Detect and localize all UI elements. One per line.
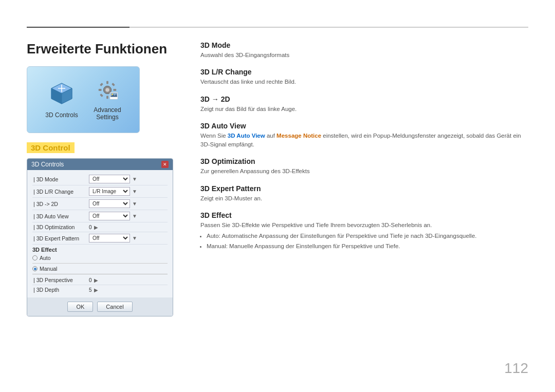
bullet-auto: Auto: Automatische Anpassung der Einstel… xyxy=(207,232,528,240)
feature-optimization: 3D Optimization Zur generellen Anpassung… xyxy=(200,157,528,176)
dropdown-arrow: ▼ xyxy=(132,176,137,182)
svg-rect-9 xyxy=(106,96,108,99)
feature-heading-3d-effect: 3D Effect xyxy=(200,211,528,219)
dialog-label-3d-mode: | 3D Mode xyxy=(32,176,89,182)
svg-rect-10 xyxy=(99,89,102,91)
feature-desc-3d-2d: Zeigt nur das Bild für das linke Auge. xyxy=(200,105,528,114)
dialog-titlebar: 3D Controls ✕ xyxy=(27,159,173,170)
dialog-value-optimization[interactable]: 0 ▶ xyxy=(89,225,168,230)
dialog-label-auto-view: | 3D Auto View xyxy=(32,213,89,219)
dialog-select-3d-mode[interactable]: Off xyxy=(89,175,130,183)
radio-manual[interactable] xyxy=(32,266,38,271)
highlight-auto-view: 3D Auto View xyxy=(228,133,265,139)
dialog-select-lr-change[interactable]: L/R Image xyxy=(89,187,130,196)
stepper-arrow-perspective[interactable]: ▶ xyxy=(94,277,98,283)
dialog-ok-button[interactable]: OK xyxy=(67,302,93,312)
feature-3d-effect: 3D Effect Passen Sie 3D-Effekte wie Pers… xyxy=(200,211,528,251)
feature-desc-auto-view: Wenn Sie 3D Auto View auf Message Notice… xyxy=(200,132,528,150)
page-number: 112 xyxy=(504,360,528,377)
dialog-title: 3D Controls xyxy=(31,161,64,168)
dialog-label-3d-2d: | 3D -> 2D xyxy=(32,201,89,207)
feature-desc-expert-pattern: Zeigt ein 3D-Muster an. xyxy=(200,194,528,203)
feature-3d-mode: 3D Mode Auswahl des 3D-Eingangsformats xyxy=(200,41,528,60)
dialog-select-auto-view[interactable]: Off xyxy=(89,212,130,220)
dialog-value-3d-2d[interactable]: Off ▼ xyxy=(89,199,168,208)
dialog-row-perspective: | 3D Perspective 0 ▶ xyxy=(32,275,168,285)
dialog-buttons: OK Cancel xyxy=(27,297,173,316)
stepper-arrow-depth[interactable]: ▶ xyxy=(94,287,98,293)
feature-heading-3d-2d: 3D → 2D xyxy=(200,95,528,103)
dialog-label-expert-pattern: | 3D Expert Pattern xyxy=(32,235,89,241)
dropdown-arrow-expert: ▼ xyxy=(132,235,137,241)
dropdown-arrow-lr: ▼ xyxy=(132,189,137,194)
feature-3d-2d: 3D → 2D Zeigt nur das Bild für das linke… xyxy=(200,95,528,114)
bullet-list-3d-effect: Auto: Automatische Anpassung der Einstel… xyxy=(200,232,528,251)
dialog-body: | 3D Mode Off ▼ | 3D L/R Change L/R Imag… xyxy=(27,170,173,297)
dropdown-arrow-auto: ▼ xyxy=(132,213,137,219)
feature-heading-expert-pattern: 3D Expert Pattern xyxy=(200,184,528,193)
svg-rect-12 xyxy=(100,83,103,86)
feature-heading-optimization: 3D Optimization xyxy=(200,157,528,165)
menu-card: 3D Controls xyxy=(27,66,140,133)
perspective-value: 0 xyxy=(89,277,92,283)
section-title: 3D Control xyxy=(27,142,75,153)
bullet-manual: Manual: Manuelle Anpassung der Einstellu… xyxy=(207,242,528,251)
dialog-3d-controls: 3D Controls ✕ | 3D Mode Off ▼ | 3D L/R C… xyxy=(27,158,173,316)
dialog-value-perspective[interactable]: 0 ▶ xyxy=(89,277,168,283)
dialog-row-auto-view: | 3D Auto View Off ▼ xyxy=(32,210,168,222)
dialog-close-button[interactable]: ✕ xyxy=(161,161,169,168)
feature-heading-3d-mode: 3D Mode xyxy=(200,41,528,49)
dialog-row-lr-change: | 3D L/R Change L/R Image ▼ xyxy=(32,185,168,198)
right-column: 3D Mode Auswahl des 3D-Eingangsformats 3… xyxy=(200,41,528,259)
dialog-value-lr-change[interactable]: L/R Image ▼ xyxy=(89,187,168,196)
stepper-arrow-optimization[interactable]: ▶ xyxy=(94,225,98,230)
dialog-select-expert-pattern[interactable]: Off xyxy=(89,234,130,242)
feature-lr-change: 3D L/R Change Vertauscht das linke und r… xyxy=(200,68,528,86)
dialog-cancel-button[interactable]: Cancel xyxy=(97,302,132,312)
dialog-label-perspective: | 3D Perspective xyxy=(32,277,89,283)
highlight-auto-label: Auto xyxy=(207,233,219,239)
feature-desc-optimization: Zur generellen Anpassung des 3D-Effekts xyxy=(200,167,528,176)
radio-auto-label: Auto xyxy=(40,255,51,261)
dialog-value-auto-view[interactable]: Off ▼ xyxy=(89,212,168,220)
menu-item-3d-controls[interactable]: 3D Controls xyxy=(45,81,78,119)
svg-rect-14 xyxy=(100,94,103,97)
dialog-label-depth: | 3D Depth xyxy=(32,287,89,293)
dialog-value-expert-pattern[interactable]: Off ▼ xyxy=(89,234,168,242)
dialog-row-3d-2d: | 3D -> 2D Off ▼ xyxy=(32,198,168,210)
dialog-select-3d-2d[interactable]: Off xyxy=(89,199,130,208)
page-title: Erweiterte Funktionen xyxy=(27,41,181,57)
svg-point-19 xyxy=(112,94,113,95)
feature-auto-view: 3D Auto View Wenn Sie 3D Auto View auf M… xyxy=(200,122,528,150)
left-column: Erweiterte Funktionen 3D Controls xyxy=(27,41,181,316)
feature-heading-lr-change: 3D L/R Change xyxy=(200,68,528,76)
dialog-label-lr-change: | 3D L/R Change xyxy=(32,189,89,195)
radio-auto[interactable] xyxy=(32,255,38,260)
dialog-value-depth[interactable]: 5 ▶ xyxy=(89,287,168,293)
feature-heading-auto-view: 3D Auto View xyxy=(200,122,528,130)
highlight-manual-label: Manual xyxy=(207,243,226,249)
feature-expert-pattern: 3D Expert Pattern Zeigt ein 3D-Muster an… xyxy=(200,184,528,203)
cube-icon xyxy=(49,81,75,108)
dialog-label-optimization: | 3D Optimization xyxy=(32,224,89,230)
menu-item-3d-controls-label: 3D Controls xyxy=(45,111,78,119)
top-rule xyxy=(27,27,528,28)
svg-point-7 xyxy=(105,88,109,92)
dialog-row-3d-mode: | 3D Mode Off ▼ xyxy=(32,173,168,185)
feature-desc-lr-change: Vertauscht das linke und rechte Bild. xyxy=(200,78,528,86)
gear-icon xyxy=(96,79,119,103)
menu-item-advanced-settings[interactable]: Advanced Settings xyxy=(94,79,121,121)
svg-rect-13 xyxy=(112,83,115,86)
dropdown-arrow-3d2d: ▼ xyxy=(132,201,137,207)
radio-row-auto: Auto xyxy=(32,254,168,262)
svg-rect-11 xyxy=(113,89,116,91)
dialog-stepper-optimization-value: 0 xyxy=(89,225,92,230)
radio-row-manual: Manual xyxy=(32,265,168,273)
feature-desc-3d-mode: Auswahl des 3D-Eingangsformats xyxy=(200,51,528,60)
radio-manual-label: Manual xyxy=(40,266,57,272)
dialog-value-3d-mode[interactable]: Off ▼ xyxy=(89,175,168,183)
dialog-row-expert-pattern: | 3D Expert Pattern Off ▼ xyxy=(32,232,168,245)
highlight-message-notice: Message Notice xyxy=(276,133,321,139)
dialog-row-optimization: | 3D Optimization 0 ▶ xyxy=(32,222,168,232)
svg-rect-8 xyxy=(106,81,108,84)
